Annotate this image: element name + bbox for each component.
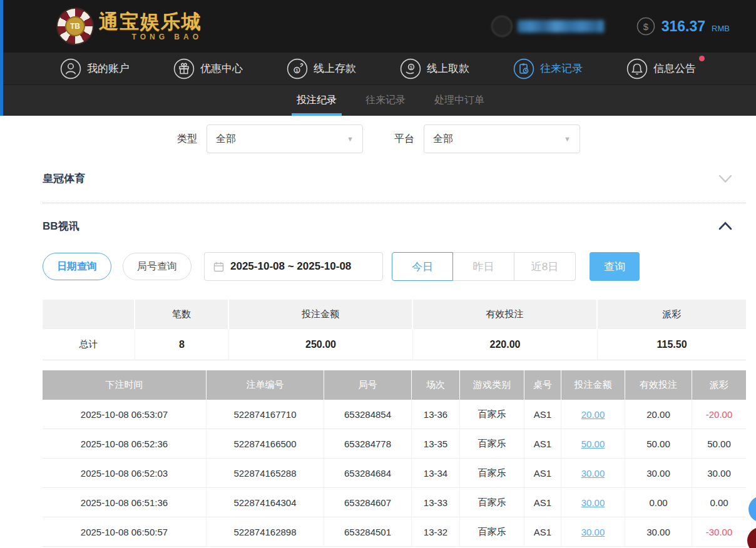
col-round-no: 局号 — [324, 370, 412, 400]
page: TB 通宝娱乐城 TONG BAO $ 316.37 RMB — [0, 0, 756, 548]
chevron-down-icon: ▼ — [347, 135, 354, 143]
table-row: 2025-10-08 06:51:36 522874164304 6532846… — [43, 488, 746, 517]
user-account[interactable] — [491, 14, 604, 39]
date-query-button[interactable]: 日期查询 — [43, 253, 111, 280]
bet-amount-link[interactable]: 30.00 — [561, 459, 625, 488]
record-subtabs: 投注纪录 往来记录 处理中订单 — [0, 85, 756, 116]
col-bet-amount: 投注金额 — [561, 370, 625, 400]
calendar-icon — [213, 261, 224, 272]
summary-table: 笔数 投注金额 有效投注 派彩 总计 8 250.00 220.00 115.5… — [43, 300, 746, 360]
table-row: 2025-10-08 06:52:03 522874165288 6532846… — [43, 459, 746, 488]
summary-total-bet-amount: 250.00 — [229, 329, 413, 360]
search-button[interactable]: 查询 — [590, 252, 640, 281]
summary-header-row: 笔数 投注金额 有效投注 派彩 — [43, 300, 746, 329]
col-time: 下注时间 — [43, 370, 207, 400]
col-table-no: 桌号 — [524, 370, 561, 400]
content: 类型 全部 ▼ 平台 全部 ▼ 皇冠体育 BB视讯 — [0, 124, 756, 547]
casino-chip-icon: TB — [58, 9, 93, 44]
chip-tb-label: TB — [65, 16, 85, 36]
withdraw-coin-icon: $ — [400, 58, 421, 79]
balance-amount: 316.37 — [662, 18, 705, 35]
svg-text:$: $ — [296, 68, 299, 72]
bell-icon — [626, 58, 648, 79]
svg-text:$: $ — [643, 21, 649, 32]
bet-amount-link[interactable]: 20.00 — [561, 400, 625, 429]
brand-title: 通宝娱乐城 — [99, 12, 202, 31]
yesterday-button[interactable]: 昨日 — [453, 252, 514, 281]
summary-total-count: 8 — [135, 329, 229, 360]
filter-row: 类型 全部 ▼ 平台 全部 ▼ — [177, 124, 756, 153]
platform-select[interactable]: 全部 ▼ — [424, 124, 580, 153]
type-select[interactable]: 全部 ▼ — [207, 124, 363, 153]
chevron-down-icon: ▼ — [564, 135, 571, 143]
chevron-up-icon — [718, 221, 732, 230]
balance-currency: RMB — [712, 24, 730, 33]
deposit-coin-icon: $ — [287, 58, 308, 79]
username-redacted — [518, 20, 604, 33]
summary-header-valid-bet: 有效投注 — [413, 300, 598, 329]
main-navigation: 我的账户 优惠中心 $ 线上存款 $ 线上取款 往来记录 — [0, 53, 756, 85]
bet-records-table: 下注时间 注单编号 局号 场次 游戏类别 桌号 投注金额 有效投注 派彩 202… — [43, 370, 746, 547]
avatar — [491, 16, 513, 37]
platform-filter-label: 平台 — [394, 133, 414, 146]
type-filter-label: 类型 — [177, 133, 197, 146]
col-payout: 派彩 — [692, 370, 746, 400]
nav-deposit[interactable]: $ 线上存款 — [287, 58, 356, 79]
bet-amount-link[interactable]: 30.00 — [561, 488, 625, 517]
col-valid-bet: 有效投注 — [625, 370, 692, 400]
quick-date-group: 今日 昨日 近8日 — [392, 252, 576, 281]
table-row: 2025-10-08 06:50:57 522874162898 6532845… — [43, 517, 746, 547]
summary-total-payout: 115.50 — [598, 329, 746, 360]
nav-announcements[interactable]: 信息公告 — [626, 58, 696, 79]
summary-header-blank — [43, 300, 135, 329]
records-header-row: 下注时间 注单编号 局号 场次 游戏类别 桌号 投注金额 有效投注 派彩 — [43, 370, 746, 400]
today-button[interactable]: 今日 — [392, 252, 453, 281]
nav-withdraw[interactable]: $ 线上取款 — [400, 58, 469, 79]
table-row: 2025-10-08 06:53:07 522874167710 6532848… — [43, 400, 746, 429]
tab-transaction-records[interactable]: 往来记录 — [364, 85, 407, 116]
date-range-value: 2025-10-08 ~ 2025-10-08 — [230, 260, 351, 273]
summary-header-count: 笔数 — [135, 300, 229, 329]
brand-subtitle: TONG BAO — [132, 33, 202, 41]
nav-my-account[interactable]: 我的账户 — [60, 58, 130, 79]
brand-logo[interactable]: TB 通宝娱乐城 TONG BAO — [58, 9, 202, 44]
section-crown-sports[interactable]: 皇冠体育 — [43, 155, 746, 203]
svg-text:$: $ — [410, 64, 412, 69]
date-range-input[interactable]: 2025-10-08 ~ 2025-10-08 — [204, 252, 383, 281]
summary-total-valid-bet: 220.00 — [413, 329, 598, 360]
last-8-days-button[interactable]: 近8日 — [514, 252, 576, 281]
balance-display[interactable]: $ 316.37 RMB — [636, 17, 730, 36]
gift-icon — [173, 58, 195, 79]
user-icon — [60, 58, 81, 79]
notification-badge — [699, 56, 705, 61]
records-clipboard-icon — [513, 58, 534, 79]
round-query-button[interactable]: 局号查询 — [123, 253, 192, 280]
tab-bet-records[interactable]: 投注纪录 — [295, 85, 338, 116]
nav-promotions[interactable]: 优惠中心 — [173, 58, 243, 79]
left-edge-stripe — [0, 0, 3, 116]
bet-amount-link[interactable]: 50.00 — [561, 429, 625, 459]
col-bet-id: 注单编号 — [207, 370, 324, 400]
nav-transaction-records[interactable]: 往来记录 — [513, 58, 583, 79]
section-bb-video[interactable]: BB视讯 — [43, 203, 746, 248]
summary-total-row: 总计 8 250.00 220.00 115.50 — [43, 329, 746, 360]
summary-header-payout: 派彩 — [598, 300, 746, 329]
table-row: 2025-10-08 06:52:36 522874166500 6532847… — [43, 429, 746, 459]
col-session: 场次 — [412, 370, 460, 400]
col-game-type: 游戏类别 — [460, 370, 524, 400]
top-header: TB 通宝娱乐城 TONG BAO $ 316.37 RMB — [0, 0, 756, 53]
tab-pending-orders[interactable]: 处理中订单 — [433, 85, 486, 116]
chevron-down-icon — [718, 175, 732, 183]
summary-total-label: 总计 — [43, 329, 135, 360]
summary-header-bet-amount: 投注金额 — [229, 300, 413, 329]
query-toolbar: 日期查询 局号查询 2025-10-08 ~ 2025-10-08 今日 昨日 … — [43, 252, 756, 281]
bet-amount-link[interactable]: 30.00 — [561, 517, 625, 547]
dollar-icon: $ — [636, 17, 655, 36]
